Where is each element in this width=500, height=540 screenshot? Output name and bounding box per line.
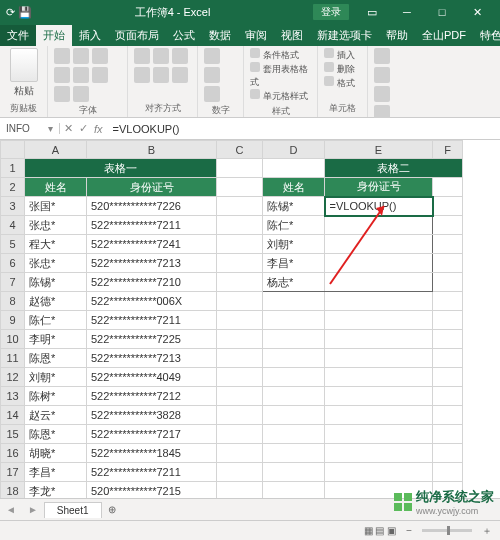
cell[interactable] [433, 349, 463, 368]
cell[interactable]: 陈仁* [263, 216, 325, 235]
cell[interactable] [217, 425, 263, 444]
cell[interactable] [217, 254, 263, 273]
align-mid-icon[interactable] [153, 48, 169, 64]
cell[interactable] [263, 159, 325, 178]
name-box-dropdown-icon[interactable]: ▾ [48, 123, 53, 134]
cell[interactable] [217, 292, 263, 311]
bold-icon[interactable] [92, 48, 108, 64]
worksheet-grid[interactable]: A B C D E F 1表格一表格二2姓名身份证号姓名身份证号3张国*520*… [0, 140, 500, 498]
row-header[interactable]: 1 [1, 159, 25, 178]
cell[interactable] [325, 235, 433, 254]
cell[interactable] [325, 482, 433, 499]
cell[interactable] [217, 444, 263, 463]
cell[interactable] [433, 463, 463, 482]
row-header[interactable]: 6 [1, 254, 25, 273]
cell[interactable] [217, 349, 263, 368]
row-header[interactable]: 3 [1, 197, 25, 216]
sheet-tab[interactable]: Sheet1 [44, 502, 102, 518]
table-format-button[interactable]: 套用表格格式 [250, 62, 311, 89]
cell[interactable]: 522***********7211 [87, 311, 217, 330]
cell[interactable]: 陈锡* [25, 273, 87, 292]
cell[interactable]: 522***********7225 [87, 330, 217, 349]
cell[interactable] [217, 482, 263, 499]
cell[interactable]: 姓名 [25, 178, 87, 197]
fx-icon[interactable]: fx [94, 123, 103, 135]
fill-color-icon[interactable] [54, 86, 70, 102]
row-header[interactable]: 4 [1, 216, 25, 235]
cell[interactable] [217, 159, 263, 178]
tab-8[interactable]: 帮助 [379, 25, 415, 46]
row-header[interactable]: 13 [1, 387, 25, 406]
cell[interactable]: 522***********1845 [87, 444, 217, 463]
cell[interactable] [263, 292, 325, 311]
zoom-out-icon[interactable]: − [406, 525, 412, 536]
cell[interactable] [325, 254, 433, 273]
cell[interactable] [433, 273, 463, 292]
tab-0[interactable]: 开始 [36, 25, 72, 46]
row-header[interactable]: 16 [1, 444, 25, 463]
cell[interactable] [433, 406, 463, 425]
row-header[interactable]: 17 [1, 463, 25, 482]
cell[interactable] [325, 444, 433, 463]
cell[interactable] [433, 368, 463, 387]
tab-9[interactable]: 全山PDF [415, 25, 473, 46]
format-cells-button[interactable]: 格式 [324, 76, 361, 90]
row-header[interactable]: 5 [1, 235, 25, 254]
row-header[interactable]: 8 [1, 292, 25, 311]
cell[interactable]: 赵德* [25, 292, 87, 311]
cell[interactable]: 陈恩* [25, 425, 87, 444]
comma-icon[interactable] [204, 86, 220, 102]
cell[interactable]: 522***********006X [87, 292, 217, 311]
col-header[interactable]: C [217, 141, 263, 159]
col-header[interactable]: D [263, 141, 325, 159]
cell[interactable] [217, 330, 263, 349]
col-header[interactable]: E [325, 141, 433, 159]
minimize-icon[interactable]: ─ [390, 2, 424, 22]
cell[interactable] [433, 425, 463, 444]
tab-5[interactable]: 审阅 [238, 25, 274, 46]
save-icon[interactable]: 💾 [18, 6, 32, 19]
cell[interactable]: 522***********7210 [87, 273, 217, 292]
cell[interactable]: 赵云* [25, 406, 87, 425]
cell[interactable]: 姓名 [263, 178, 325, 197]
select-all-corner[interactable] [1, 141, 25, 159]
cell[interactable] [263, 368, 325, 387]
col-header[interactable]: F [433, 141, 463, 159]
cell[interactable] [433, 254, 463, 273]
cell[interactable]: =VLOOKUP() [325, 197, 433, 216]
row-header[interactable]: 11 [1, 349, 25, 368]
percent-icon[interactable] [204, 67, 220, 83]
cell[interactable]: 522***********3828 [87, 406, 217, 425]
tab-1[interactable]: 插入 [72, 25, 108, 46]
cell[interactable]: 李明* [25, 330, 87, 349]
cell[interactable]: 522***********7213 [87, 349, 217, 368]
zoom-in-icon[interactable]: ＋ [482, 524, 492, 538]
cell[interactable] [433, 387, 463, 406]
cell[interactable]: 刘朝* [25, 368, 87, 387]
autosum-icon[interactable] [374, 48, 390, 64]
cell[interactable] [325, 216, 433, 235]
cell[interactable] [217, 273, 263, 292]
cell[interactable] [263, 311, 325, 330]
tab-4[interactable]: 数据 [202, 25, 238, 46]
cell[interactable] [217, 197, 263, 216]
formula-input[interactable]: =VLOOKUP() [107, 123, 500, 135]
cell[interactable] [325, 463, 433, 482]
cell[interactable]: 胡晓* [25, 444, 87, 463]
align-right-icon[interactable] [172, 67, 188, 83]
cell[interactable]: 身份证号 [87, 178, 217, 197]
cell[interactable]: 522***********7217 [87, 425, 217, 444]
view-switch-icons[interactable]: ▦ ▤ ▣ [364, 525, 397, 536]
cell[interactable]: 522***********7241 [87, 235, 217, 254]
cell[interactable]: 李昌* [263, 254, 325, 273]
sheet-nav-prev-icon[interactable]: ◄ [0, 504, 22, 515]
cell[interactable]: 520***********7226 [87, 197, 217, 216]
cell[interactable] [325, 292, 433, 311]
align-center-icon[interactable] [153, 67, 169, 83]
cell[interactable] [433, 330, 463, 349]
cell[interactable]: 表格一 [25, 159, 217, 178]
cell[interactable] [217, 216, 263, 235]
cell[interactable] [263, 482, 325, 499]
italic-icon[interactable] [54, 67, 70, 83]
name-box[interactable]: INFO▾ [0, 123, 60, 134]
